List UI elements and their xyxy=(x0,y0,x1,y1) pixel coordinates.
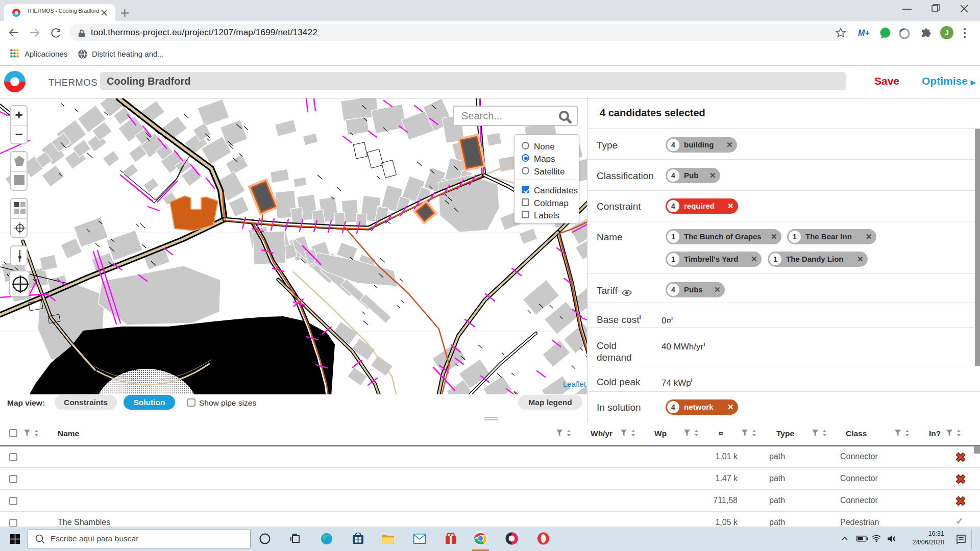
svg-text:J: J xyxy=(945,29,949,37)
